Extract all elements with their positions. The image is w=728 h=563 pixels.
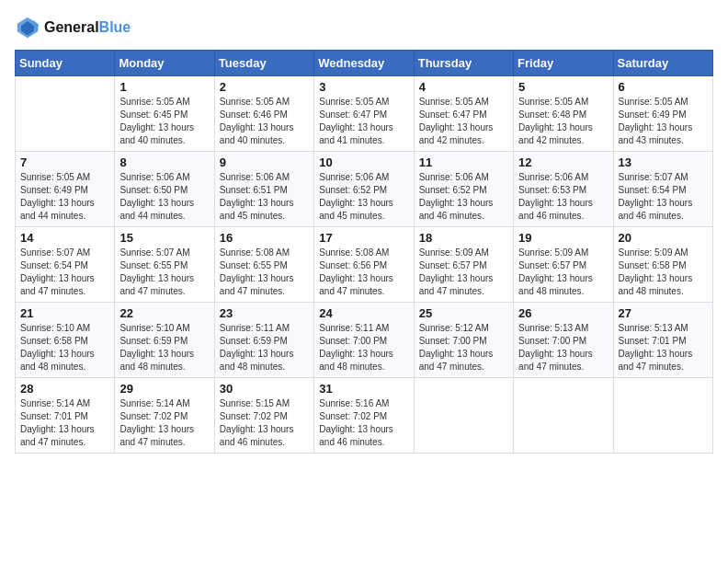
calendar-cell: [514, 378, 613, 454]
day-number: 10: [319, 155, 408, 169]
day-number: 17: [319, 231, 408, 245]
calendar-body: 1Sunrise: 5:05 AM Sunset: 6:45 PM Daylig…: [16, 76, 713, 454]
calendar-cell: 27Sunrise: 5:13 AM Sunset: 7:01 PM Dayli…: [613, 303, 712, 378]
calendar-cell: 22Sunrise: 5:10 AM Sunset: 6:59 PM Dayli…: [115, 303, 214, 378]
cell-content: Sunrise: 5:05 AM Sunset: 6:49 PM Dayligh…: [619, 96, 708, 147]
calendar-cell: 18Sunrise: 5:09 AM Sunset: 6:57 PM Dayli…: [414, 227, 513, 303]
calendar-cell: 17Sunrise: 5:08 AM Sunset: 6:56 PM Dayli…: [314, 227, 414, 303]
calendar-cell: 29Sunrise: 5:14 AM Sunset: 7:02 PM Dayli…: [115, 378, 214, 454]
day-number: 18: [419, 231, 508, 245]
cell-content: Sunrise: 5:14 AM Sunset: 7:01 PM Dayligh…: [20, 397, 109, 449]
calendar-cell: 11Sunrise: 5:06 AM Sunset: 6:52 PM Dayli…: [414, 152, 513, 227]
day-number: 5: [518, 80, 608, 94]
calendar-cell: 31Sunrise: 5:16 AM Sunset: 7:02 PM Dayli…: [314, 378, 414, 454]
calendar-cell: 15Sunrise: 5:07 AM Sunset: 6:55 PM Dayli…: [115, 227, 214, 303]
day-number: 29: [119, 382, 209, 396]
cell-content: Sunrise: 5:16 AM Sunset: 7:02 PM Dayligh…: [319, 397, 408, 449]
calendar-cell: [414, 378, 513, 454]
cell-content: Sunrise: 5:06 AM Sunset: 6:52 PM Dayligh…: [319, 171, 408, 223]
cell-content: Sunrise: 5:06 AM Sunset: 6:52 PM Dayligh…: [419, 171, 508, 223]
cell-content: Sunrise: 5:07 AM Sunset: 6:54 PM Dayligh…: [619, 171, 708, 223]
calendar-cell: 13Sunrise: 5:07 AM Sunset: 6:54 PM Dayli…: [613, 152, 712, 227]
calendar-cell: 20Sunrise: 5:09 AM Sunset: 6:58 PM Dayli…: [613, 227, 712, 303]
day-number: 19: [518, 231, 608, 245]
calendar-cell: 3Sunrise: 5:05 AM Sunset: 6:47 PM Daylig…: [314, 76, 414, 152]
day-header-wednesday: Wednesday: [314, 51, 414, 76]
day-number: 6: [619, 80, 708, 94]
calendar-cell: 2Sunrise: 5:05 AM Sunset: 6:46 PM Daylig…: [214, 76, 313, 152]
day-number: 2: [220, 80, 309, 94]
week-row-1: 7Sunrise: 5:05 AM Sunset: 6:49 PM Daylig…: [16, 152, 713, 227]
day-number: 9: [220, 155, 309, 169]
day-number: 27: [619, 306, 708, 320]
cell-content: Sunrise: 5:07 AM Sunset: 6:54 PM Dayligh…: [20, 247, 109, 298]
calendar-cell: 30Sunrise: 5:15 AM Sunset: 7:02 PM Dayli…: [214, 378, 313, 454]
day-number: 14: [20, 231, 109, 245]
week-row-0: 1Sunrise: 5:05 AM Sunset: 6:45 PM Daylig…: [16, 76, 713, 152]
day-number: 16: [220, 231, 309, 245]
cell-content: Sunrise: 5:05 AM Sunset: 6:49 PM Dayligh…: [20, 171, 109, 223]
cell-content: Sunrise: 5:13 AM Sunset: 7:01 PM Dayligh…: [619, 322, 708, 373]
calendar-cell: 28Sunrise: 5:14 AM Sunset: 7:01 PM Dayli…: [16, 378, 115, 454]
day-number: 30: [220, 382, 309, 396]
calendar-cell: 26Sunrise: 5:13 AM Sunset: 7:00 PM Dayli…: [514, 303, 613, 378]
calendar-cell: 4Sunrise: 5:05 AM Sunset: 6:47 PM Daylig…: [414, 76, 513, 152]
day-number: 25: [419, 306, 508, 320]
cell-content: Sunrise: 5:09 AM Sunset: 6:58 PM Dayligh…: [619, 247, 708, 298]
day-number: 7: [20, 155, 109, 169]
logo: GeneralBlue: [15, 15, 131, 40]
calendar-cell: [613, 378, 712, 454]
day-number: 31: [319, 382, 408, 396]
day-number: 24: [319, 306, 408, 320]
calendar-cell: 16Sunrise: 5:08 AM Sunset: 6:55 PM Dayli…: [214, 227, 313, 303]
day-number: 8: [119, 155, 209, 169]
header: GeneralBlue: [15, 15, 713, 40]
day-number: 3: [319, 80, 408, 94]
calendar-cell: 14Sunrise: 5:07 AM Sunset: 6:54 PM Dayli…: [16, 227, 115, 303]
day-number: 23: [220, 306, 309, 320]
calendar-cell: 10Sunrise: 5:06 AM Sunset: 6:52 PM Dayli…: [314, 152, 414, 227]
day-number: 4: [419, 80, 508, 94]
cell-content: Sunrise: 5:11 AM Sunset: 7:00 PM Dayligh…: [319, 322, 408, 373]
calendar-cell: 8Sunrise: 5:06 AM Sunset: 6:50 PM Daylig…: [115, 152, 214, 227]
day-number: 21: [20, 306, 109, 320]
day-number: 15: [119, 231, 209, 245]
day-header-tuesday: Tuesday: [214, 51, 313, 76]
day-number: 22: [119, 306, 209, 320]
cell-content: Sunrise: 5:06 AM Sunset: 6:53 PM Dayligh…: [518, 171, 608, 223]
cell-content: Sunrise: 5:08 AM Sunset: 6:56 PM Dayligh…: [319, 247, 408, 298]
cell-content: Sunrise: 5:10 AM Sunset: 6:59 PM Dayligh…: [119, 322, 209, 373]
calendar-cell: 6Sunrise: 5:05 AM Sunset: 6:49 PM Daylig…: [613, 76, 712, 152]
calendar-cell: [16, 76, 115, 152]
day-header-monday: Monday: [115, 51, 214, 76]
logo-text: GeneralBlue: [44, 19, 131, 36]
day-header-thursday: Thursday: [414, 51, 513, 76]
calendar-cell: 7Sunrise: 5:05 AM Sunset: 6:49 PM Daylig…: [16, 152, 115, 227]
cell-content: Sunrise: 5:06 AM Sunset: 6:51 PM Dayligh…: [220, 171, 309, 223]
calendar-cell: 12Sunrise: 5:06 AM Sunset: 6:53 PM Dayli…: [514, 152, 613, 227]
calendar-cell: 21Sunrise: 5:10 AM Sunset: 6:58 PM Dayli…: [16, 303, 115, 378]
cell-content: Sunrise: 5:12 AM Sunset: 7:00 PM Dayligh…: [419, 322, 508, 373]
day-number: 11: [419, 155, 508, 169]
day-number: 28: [20, 382, 109, 396]
calendar-cell: 5Sunrise: 5:05 AM Sunset: 6:48 PM Daylig…: [514, 76, 613, 152]
week-row-4: 28Sunrise: 5:14 AM Sunset: 7:01 PM Dayli…: [16, 378, 713, 454]
cell-content: Sunrise: 5:05 AM Sunset: 6:45 PM Dayligh…: [119, 96, 209, 147]
cell-content: Sunrise: 5:05 AM Sunset: 6:46 PM Dayligh…: [220, 96, 309, 147]
calendar-cell: 19Sunrise: 5:09 AM Sunset: 6:57 PM Dayli…: [514, 227, 613, 303]
cell-content: Sunrise: 5:07 AM Sunset: 6:55 PM Dayligh…: [119, 247, 209, 298]
day-number: 12: [518, 155, 608, 169]
day-header-friday: Friday: [514, 51, 613, 76]
cell-content: Sunrise: 5:11 AM Sunset: 6:59 PM Dayligh…: [220, 322, 309, 373]
cell-content: Sunrise: 5:13 AM Sunset: 7:00 PM Dayligh…: [518, 322, 608, 373]
calendar-header: SundayMondayTuesdayWednesdayThursdayFrid…: [16, 51, 713, 76]
day-number: 13: [619, 155, 708, 169]
calendar-cell: 24Sunrise: 5:11 AM Sunset: 7:00 PM Dayli…: [314, 303, 414, 378]
cell-content: Sunrise: 5:15 AM Sunset: 7:02 PM Dayligh…: [220, 397, 309, 449]
cell-content: Sunrise: 5:09 AM Sunset: 6:57 PM Dayligh…: [419, 247, 508, 298]
cell-content: Sunrise: 5:05 AM Sunset: 6:48 PM Dayligh…: [518, 96, 608, 147]
calendar-cell: 1Sunrise: 5:05 AM Sunset: 6:45 PM Daylig…: [115, 76, 214, 152]
day-number: 20: [619, 231, 708, 245]
logo-icon: [15, 15, 40, 40]
week-row-2: 14Sunrise: 5:07 AM Sunset: 6:54 PM Dayli…: [16, 227, 713, 303]
